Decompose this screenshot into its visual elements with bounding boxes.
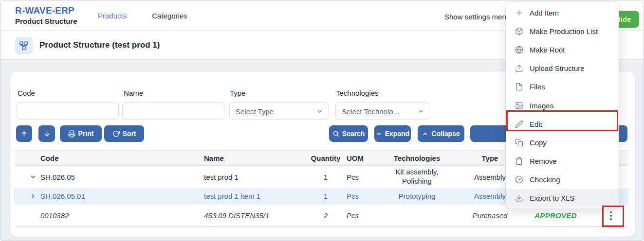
menu-item-label: Edit: [530, 120, 542, 128]
download-icon: [515, 194, 523, 202]
menu-item-remove[interactable]: Remove: [506, 152, 619, 171]
upload-icon: [515, 64, 523, 72]
menu-item-export-to-xls[interactable]: Export to XLS: [506, 189, 619, 207]
menu-item-label: Upload Structure: [530, 64, 585, 72]
arrow-down-icon: [43, 130, 51, 138]
cell-code: 0010382: [40, 211, 204, 220]
col-technologies: Technologies: [372, 154, 462, 162]
cell-quantity: 1: [306, 173, 345, 181]
cell-uom: Pcs: [345, 192, 372, 200]
main-nav: Products Categories: [98, 0, 187, 31]
collapse-label: Collapse: [431, 130, 460, 138]
cell-quantity: 1: [306, 192, 345, 200]
cell-technologies: Prototyping: [372, 192, 462, 200]
image-icon: [515, 102, 523, 110]
nav-categories[interactable]: Categories: [152, 12, 187, 20]
status-badge: APPROVED: [518, 211, 593, 220]
menu-item-label: Add Item: [530, 9, 559, 17]
code-input[interactable]: [17, 103, 119, 120]
row-actions-menu-button[interactable]: [604, 209, 618, 223]
menu-item-label: Make Root: [530, 46, 565, 54]
code-label: Code: [18, 89, 35, 97]
chevron-up-icon: [422, 131, 428, 137]
menu-item-edit[interactable]: Edit: [506, 115, 619, 133]
app-window: R-WAVE-ERP Product Structure Products Ca…: [0, 0, 644, 241]
menu-item-label: Files: [530, 83, 545, 91]
print-label: Print: [78, 130, 94, 138]
expand-button[interactable]: Expand: [374, 125, 411, 142]
sort-label: Sort: [123, 130, 136, 138]
move-up-button[interactable]: [16, 125, 32, 142]
menu-item-images[interactable]: Images: [506, 96, 619, 115]
expand-row-icon[interactable]: [14, 193, 40, 200]
cell-uom: Pcs: [345, 211, 372, 220]
settings-hint-text: Show settings menu: [444, 13, 510, 21]
check-circle-icon: [515, 175, 523, 184]
menu-item-label: Make Production List: [530, 27, 598, 35]
menu-item-checking[interactable]: Checking: [506, 171, 619, 189]
type-label: Type: [230, 89, 246, 97]
print-button[interactable]: Print: [60, 125, 102, 142]
menu-item-upload-structure[interactable]: Upload Structure: [506, 59, 619, 78]
menu-item-add-item[interactable]: Add Item: [506, 3, 619, 22]
nav-products[interactable]: Products: [98, 12, 127, 20]
technologies-select[interactable]: Select Technolo...: [335, 103, 430, 120]
menu-item-label: Copy: [530, 138, 547, 147]
col-quantity: Quantity: [306, 154, 345, 162]
technologies-label: Technologies: [336, 89, 379, 97]
col-code: Code: [40, 154, 204, 162]
col-uom: UOM: [345, 154, 372, 162]
expand-label: Expand: [385, 130, 410, 138]
cell-code: SH.026.05.01: [40, 192, 204, 200]
menu-item-label: Remove: [530, 157, 557, 165]
collapse-button[interactable]: Collapse: [418, 125, 464, 142]
menu-item-make-root[interactable]: Make Root: [506, 40, 619, 59]
arrow-up-icon: [20, 130, 28, 138]
brand-title: R-WAVE-ERP: [15, 5, 77, 16]
structure-hierarchy-icon: [15, 37, 33, 54]
pencil-icon: [515, 120, 523, 128]
collapse-row-icon[interactable]: [14, 173, 40, 180]
page-title: Product Structure (test prod 1): [39, 40, 160, 50]
trash-icon: [515, 157, 523, 165]
menu-item-label: Export to XLS: [530, 194, 575, 202]
search-icon: [332, 130, 339, 137]
chevron-down-icon: [418, 108, 424, 115]
cube-icon: [515, 27, 523, 35]
cell-technologies: Kit assembly, Polishing: [388, 168, 446, 186]
search-button[interactable]: Search: [329, 125, 368, 142]
printer-icon: [68, 130, 75, 138]
type-select[interactable]: Select Type: [229, 103, 329, 120]
menu-item-label: Checking: [530, 175, 560, 184]
chevron-down-icon: [376, 131, 382, 137]
sort-button[interactable]: Sort: [104, 125, 144, 142]
cell-uom: Pcs: [345, 173, 372, 181]
menu-item-label: Images: [530, 102, 553, 110]
menu-item-copy[interactable]: Copy: [506, 133, 619, 152]
type-select-placeholder: Select Type: [236, 107, 316, 116]
cell-code: SH.026.05: [40, 173, 204, 181]
cell-name: test prod 1 item 1: [204, 192, 306, 200]
move-down-button[interactable]: [38, 125, 55, 142]
plus-icon: [515, 9, 523, 17]
menu-item-make-production-list[interactable]: Make Production List: [506, 22, 619, 40]
cell-name: 453.09 DISTEN35/1: [204, 211, 306, 220]
search-label: Search: [342, 130, 365, 138]
rotate-icon: [112, 130, 120, 138]
cell-type: Purchased: [462, 211, 518, 220]
brand-subtitle: Product Structure: [15, 17, 77, 25]
name-label: Name: [124, 89, 143, 97]
name-input[interactable]: [122, 103, 224, 120]
globe-icon: [515, 46, 523, 54]
context-menu: Add Item Make Production List Make Root …: [506, 2, 619, 208]
col-name: Name: [204, 154, 306, 162]
chevron-down-icon: [316, 108, 323, 115]
copy-icon: [515, 138, 523, 147]
menu-item-files[interactable]: Files: [506, 78, 619, 96]
cell-quantity: 2: [306, 211, 345, 220]
file-icon: [515, 83, 523, 91]
technologies-select-placeholder: Select Technolo...: [342, 107, 418, 116]
brand-block: R-WAVE-ERP Product Structure: [15, 5, 77, 25]
cell-name: test prod 1: [204, 173, 306, 181]
